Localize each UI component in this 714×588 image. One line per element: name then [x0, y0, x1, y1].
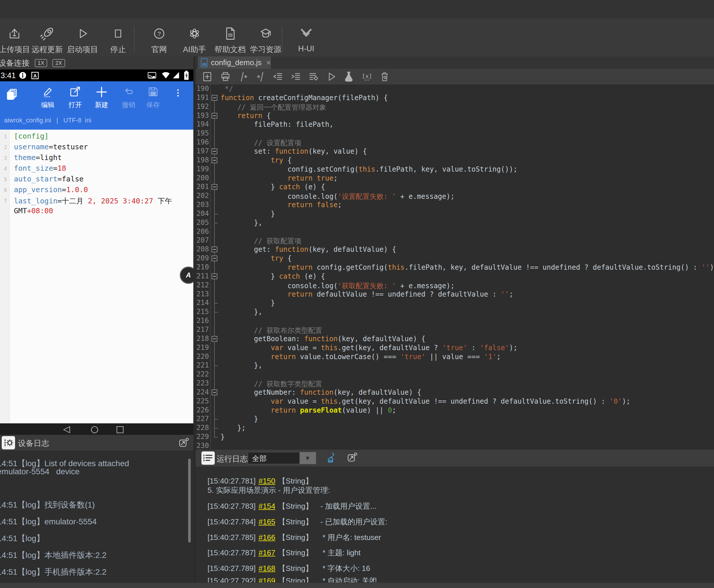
clear-log-brush-icon[interactable] — [325, 452, 337, 465]
run-log-row: 5. 实际应用场景演示 - 用户设置管理: — [208, 485, 330, 496]
log-id-link[interactable]: #154 — [258, 502, 275, 510]
code-line: 217 // 获取布尔类型配置 — [196, 326, 714, 335]
dropdown-arrow-icon[interactable]: ▼ — [299, 452, 316, 464]
main-toolbar: 上传项目 远程更新 启动项目 停止? 官网 AI助手 帮助文档 学习资源 H-U… — [0, 18, 714, 57]
code-text: console.log('获取配置失败: ' + e.message); — [220, 281, 455, 291]
scale-1x-button[interactable]: 1X — [35, 59, 47, 67]
log-message: * 自动启动: 关闭 — [320, 576, 377, 583]
log-timestamp: [15:40:27.785] — [208, 533, 256, 542]
device-log-scrollbar[interactable] — [188, 459, 191, 543]
fold-toggle-icon[interactable] — [212, 95, 217, 101]
fold-end-mark — [214, 365, 218, 366]
device-mirror-screen[interactable]: 3:41 A aiwrok_config.ini | UTF-8 ini 编辑 … — [0, 69, 193, 435]
panel-divider[interactable] — [193, 57, 196, 583]
expand-panel-icon[interactable] — [347, 452, 358, 464]
log-filter-select[interactable]: 全部 ▼ — [248, 452, 316, 464]
clear-trash-icon[interactable] — [378, 71, 391, 82]
code-line: 219 var value = this.get(key, defaultVal… — [196, 343, 714, 353]
line-number: 220 — [196, 353, 211, 361]
log-id-link[interactable]: #168 — [258, 564, 275, 573]
code-line: 202 console.log('设置配置失败: ' + e.message); — [196, 192, 714, 201]
code-text: }, — [220, 361, 262, 370]
code-text: } — [220, 210, 275, 218]
appbar-action-edit[interactable]: 编辑 — [32, 85, 64, 109]
expand-panel-icon[interactable] — [178, 437, 189, 449]
log-id-link[interactable]: #150 — [258, 477, 275, 485]
test-flask-icon[interactable] — [342, 71, 355, 82]
code-line: 224 getNumber: function(key, defaultValu… — [196, 388, 714, 397]
floating-assist-ball[interactable]: A — [180, 267, 193, 284]
device-log-output[interactable]: 14:51【log】List of devices attachedemulat… — [0, 450, 193, 583]
fold-toggle-icon[interactable] — [212, 336, 217, 342]
code-line: 226 return parseFloat(value) || 0; — [196, 406, 714, 415]
code-line: 210 return config.getConfig(this.filePat… — [196, 263, 714, 272]
line-number: 219 — [196, 343, 211, 353]
variables-icon[interactable]: [x] — [361, 71, 373, 82]
code-line: 198 try { — [196, 156, 714, 165]
line-number: 226 — [196, 406, 211, 415]
code-line: 194 filePath: filePath, — [196, 120, 714, 129]
code-line: 225 var value = this.get(key, defaultVal… — [196, 397, 714, 406]
new-file-icon[interactable] — [201, 71, 214, 82]
log-id-link[interactable]: #169 — [258, 576, 275, 583]
tab-close-icon[interactable]: × — [266, 58, 271, 67]
log-timestamp: [15:40:27.792] — [208, 576, 256, 583]
toolbar-item-stop-project[interactable]: 停止 — [97, 23, 140, 55]
stack-copy-icon[interactable] — [5, 88, 19, 102]
comment-close-icon[interactable]: * — [254, 71, 267, 82]
line-number: 197 — [196, 147, 211, 156]
run-script-icon[interactable] — [325, 71, 338, 82]
code-line: 207 // 获取配置项 — [196, 236, 714, 245]
a-badge-icon: A — [31, 71, 39, 81]
log-id-link[interactable]: #165 — [258, 518, 275, 526]
code-line: 192 // 返回一个配置管理器对象 — [196, 102, 714, 111]
line-number: 200 — [196, 174, 211, 183]
ini-line: font_size=18 — [14, 164, 66, 172]
fold-toggle-icon[interactable] — [212, 273, 217, 279]
scale-2x-button[interactable]: 2X — [52, 59, 65, 67]
tab-config-demo-js[interactable]: JS config_demo.js × — [198, 57, 271, 69]
fold-toggle-icon[interactable] — [212, 148, 217, 154]
log-id-link[interactable]: #167 — [258, 548, 275, 557]
fold-toggle-icon[interactable] — [212, 158, 217, 163]
code-text: */ — [220, 85, 233, 93]
line-number: 230 — [196, 442, 211, 449]
code-text: return parseFloat(value) || 0; — [220, 406, 396, 414]
toolbar-item-learning-resources[interactable]: 学习资源 — [244, 23, 287, 55]
log-timestamp: [15:40:27.784] — [208, 518, 256, 526]
run-log-row: [15:40:27.784]#165【String】- 已加载的用户设置: — [208, 517, 387, 527]
fold-toggle-icon[interactable] — [212, 184, 217, 190]
log-id-link[interactable]: #166 — [258, 533, 275, 542]
nav-home-icon[interactable]: ○ — [90, 424, 99, 434]
code-text: return false; — [220, 201, 342, 209]
code-line: 196 // 设置配置项 — [196, 138, 714, 147]
code-text: // 返回一个配置管理器对象 — [220, 103, 326, 112]
horizontal-scrollbar-track[interactable] — [0, 583, 714, 588]
outdent-icon[interactable] — [272, 71, 284, 82]
fold-toggle-icon[interactable] — [212, 247, 217, 252]
log-type-tag: 【String】 — [278, 502, 313, 510]
indent-icon[interactable] — [289, 71, 302, 82]
nav-back-icon[interactable]: ◁ — [63, 424, 70, 434]
ini-line: theme=light — [14, 153, 62, 162]
ini-file-editor[interactable]: 1234567 A [config]username=testusertheme… — [0, 130, 193, 423]
run-log-output[interactable]: [15:40:27.781]#150【String】5. 实际应用场景演示 - … — [196, 466, 714, 583]
line-number: 205 — [196, 218, 211, 228]
overflow-menu-icon[interactable] — [173, 86, 183, 100]
ini-line-number: 7 — [0, 198, 7, 204]
print-icon[interactable] — [219, 71, 232, 82]
fold-toggle-icon[interactable] — [212, 390, 217, 395]
nav-recents-icon[interactable]: □ — [116, 424, 124, 434]
comment-open-icon[interactable]: * — [237, 71, 250, 82]
device-log-title: 设备日志 — [18, 438, 49, 448]
code-editor[interactable]: 190 */191function createConfigManager(fi… — [196, 84, 714, 449]
ini-line-number: 3 — [0, 155, 7, 161]
fold-toggle-icon[interactable] — [212, 113, 217, 119]
tab-label: config_demo.js — [211, 58, 261, 67]
fold-end-mark — [214, 223, 218, 224]
line-number: 214 — [196, 299, 211, 308]
format-code-icon[interactable] — [307, 71, 320, 82]
line-number: 199 — [196, 165, 211, 174]
line-number: 225 — [196, 397, 211, 406]
fold-toggle-icon[interactable] — [212, 255, 217, 261]
